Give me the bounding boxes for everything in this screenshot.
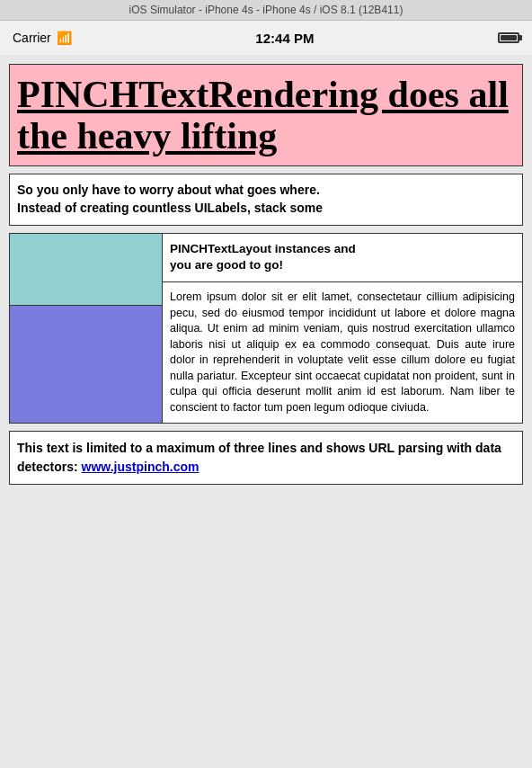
bold-text-line1: So you only have to worry about what goe… [17,183,320,197]
col-right: PINCHTextLayout instances andyou are goo… [163,234,522,424]
status-left: Carrier 📶 [13,31,72,45]
section-bold-block: So you only have to worry about what goe… [9,174,523,225]
time-label: 12:44 PM [255,31,314,46]
url-link[interactable]: www.justpinch.com [82,460,200,474]
content-area: PINCHTextRendering does all the heavy li… [0,55,532,768]
section-two-col-block: PINCHTextLayout instances andyou are goo… [9,233,523,424]
col-right-bottom: Lorem ipsum dolor sit er elit lamet, con… [163,282,522,423]
simulator-title-text: iOS Simulator - iPhone 4s - iPhone 4s / … [129,4,403,16]
col-left-bottom-purple [10,306,163,424]
carrier-label: Carrier [13,31,51,45]
battery-icon [498,32,519,43]
col-left-top-teal [10,234,163,306]
col-right-top-text: PINCHTextLayout instances andyou are goo… [170,241,515,275]
device-frame: iOS Simulator - iPhone 4s - iPhone 4s / … [0,0,532,768]
bold-text-line2: Instead of creating countless UILabels, … [17,201,323,215]
url-paragraph: This text is limited to a maximum of thr… [17,439,515,477]
lorem-ipsum-text: Lorem ipsum dolor sit er elit lamet, con… [170,290,515,415]
status-bar: Carrier 📶 12:44 PM [0,21,532,55]
bold-paragraph: So you only have to worry about what goe… [17,182,515,217]
col-left [10,234,163,424]
wifi-icon: 📶 [57,31,72,45]
main-title: PINCHTextRendering does all the heavy li… [17,74,515,156]
col-right-top: PINCHTextLayout instances andyou are goo… [163,234,522,283]
section-url-block: This text is limited to a maximum of thr… [9,431,523,485]
section-title-block: PINCHTextRendering does all the heavy li… [9,64,523,166]
battery-fill [501,35,517,40]
status-right [498,32,519,43]
simulator-title-bar: iOS Simulator - iPhone 4s - iPhone 4s / … [0,0,532,21]
